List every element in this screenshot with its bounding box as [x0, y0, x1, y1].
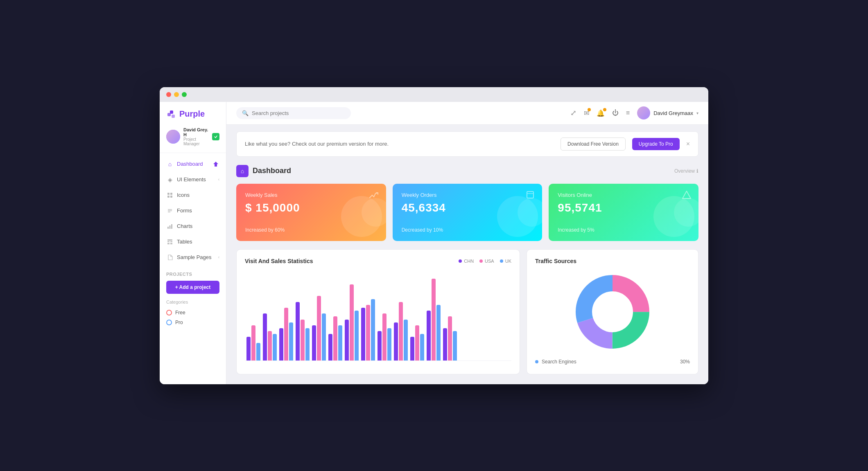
search-dot — [535, 360, 538, 363]
sidebar-item-tables[interactable]: Tables — [160, 234, 226, 250]
maximize-button[interactable] — [182, 92, 187, 97]
svg-rect-3 — [167, 193, 170, 195]
close-button[interactable] — [166, 92, 171, 97]
category-free-label: Free — [175, 310, 185, 316]
bell-icon[interactable]: 🔔 — [597, 109, 605, 117]
bar — [256, 343, 260, 361]
page-title-area: ⌂ Dashboard — [236, 165, 291, 177]
sidebar-item-dashboard[interactable]: ⌂ Dashboard — [160, 156, 226, 172]
bar — [366, 305, 370, 361]
sidebar-item-sample-pages[interactable]: Sample Pages ‹ — [160, 250, 226, 265]
sidebar-item-charts[interactable]: Charts — [160, 219, 226, 234]
logo-text: Purple — [179, 109, 205, 119]
bar — [284, 308, 288, 361]
bar — [448, 316, 452, 360]
visit-sales-chart: Visit And Sales Statistics CHN USA — [236, 249, 520, 374]
bar — [361, 308, 365, 361]
sidebar-item-label: Icons — [177, 192, 190, 198]
sidebar-item-forms[interactable]: Forms — [160, 203, 226, 219]
sidebar-user: David Grey. H Project Manager — [160, 124, 226, 153]
sidebar-item-label: Forms — [177, 207, 192, 214]
topnav: 🔍 ⤢ ✉ 🔔 ⏻ ≡ — [226, 102, 708, 125]
bar — [377, 331, 382, 360]
menu-icon[interactable]: ≡ — [626, 109, 630, 117]
bar — [404, 320, 408, 361]
close-banner-icon[interactable]: × — [686, 140, 690, 148]
info-icon: ℹ — [696, 168, 698, 174]
banner-text: Like what you see? Check out our premium… — [245, 141, 554, 147]
bar — [296, 302, 300, 361]
categories-label: Categories — [166, 300, 219, 304]
upgrade-pro-button[interactable]: Upgrade To Pro — [632, 138, 680, 150]
bar — [301, 320, 305, 361]
search-box[interactable]: 🔍 — [236, 107, 351, 119]
traffic-chart-header: Traffic Sources — [535, 258, 690, 264]
legend-dot-pink — [479, 259, 483, 263]
sidebar-item-label: Charts — [177, 223, 192, 229]
bar — [453, 331, 457, 360]
window-controls — [166, 92, 187, 97]
bar — [317, 296, 321, 360]
bar — [355, 311, 359, 360]
banner: Like what you see? Check out our premium… — [236, 131, 698, 157]
category-pro-label: Pro — [175, 320, 183, 325]
legend-chn: CHN — [459, 259, 474, 264]
donut-svg — [572, 271, 653, 353]
bar — [338, 325, 342, 361]
svg-rect-15 — [170, 241, 172, 242]
user-badge — [212, 133, 219, 140]
download-free-button[interactable]: Download Free Version — [561, 137, 626, 151]
overview-text: Overview ℹ — [674, 168, 698, 174]
mail-badge — [588, 108, 591, 111]
sidebar-item-label: Dashboard — [177, 161, 203, 167]
charts-icon — [166, 223, 174, 230]
bar — [443, 328, 447, 361]
topnav-user[interactable]: David Greymaax ▾ — [637, 106, 698, 119]
donut-chart — [535, 271, 690, 353]
legend-dot-blue — [500, 259, 503, 263]
bar — [350, 284, 354, 361]
topnav-chevron-icon: ▾ — [696, 111, 698, 115]
charts-row: Visit And Sales Statistics CHN USA — [236, 249, 698, 374]
sidebar-nav: ⌂ Dashboard ◈ UI Elements ‹ — [160, 155, 226, 267]
mail-icon[interactable]: ✉ — [584, 109, 589, 117]
bar-group — [427, 279, 441, 361]
stat-card-visitors: Visitors Online 95,5741 Increased by 5% — [549, 184, 698, 241]
sidebar-item-label: Tables — [177, 239, 192, 245]
svg-marker-20 — [683, 191, 691, 198]
titlebar — [160, 87, 708, 102]
free-dot — [166, 310, 172, 316]
stat-card-sales: Weekly Sales $ 15,0000 Increased by 60% — [236, 184, 386, 241]
legend-dot-purple — [459, 259, 462, 263]
chart-title: Visit And Sales Statistics — [245, 258, 313, 264]
bar — [268, 331, 272, 360]
search-input[interactable] — [252, 110, 345, 116]
svg-rect-2 — [172, 115, 175, 118]
category-free[interactable]: Free — [166, 308, 219, 318]
bar — [371, 299, 375, 361]
power-icon[interactable]: ⏻ — [612, 109, 619, 117]
bar-group — [377, 313, 391, 360]
bar-group — [312, 296, 326, 360]
chart-legend: CHN USA UK — [459, 259, 511, 264]
sidebar-item-ui-elements[interactable]: ◈ UI Elements ‹ — [160, 172, 226, 187]
logo-icon — [166, 109, 176, 119]
svg-rect-13 — [167, 239, 172, 241]
sidebar-item-icons[interactable]: Icons — [160, 187, 226, 203]
bar-group — [263, 313, 277, 360]
bar — [328, 334, 332, 360]
bar — [305, 328, 310, 361]
app-window: Purple David Grey. H Project Manager ⌂ — [160, 87, 708, 384]
svg-point-25 — [593, 292, 632, 331]
expand-icon[interactable]: ⤢ — [570, 108, 576, 117]
category-pro[interactable]: Pro — [166, 318, 219, 327]
bar — [333, 316, 337, 360]
main-content: 🔍 ⤢ ✉ 🔔 ⏻ ≡ — [226, 102, 708, 384]
svg-rect-1 — [170, 110, 173, 114]
forms-icon — [166, 207, 174, 214]
bar — [289, 322, 293, 361]
donut-legend: Search Engines 30% — [535, 353, 690, 366]
bar — [382, 313, 387, 360]
add-project-button[interactable]: + Add a project — [166, 281, 219, 294]
minimize-button[interactable] — [174, 92, 179, 97]
